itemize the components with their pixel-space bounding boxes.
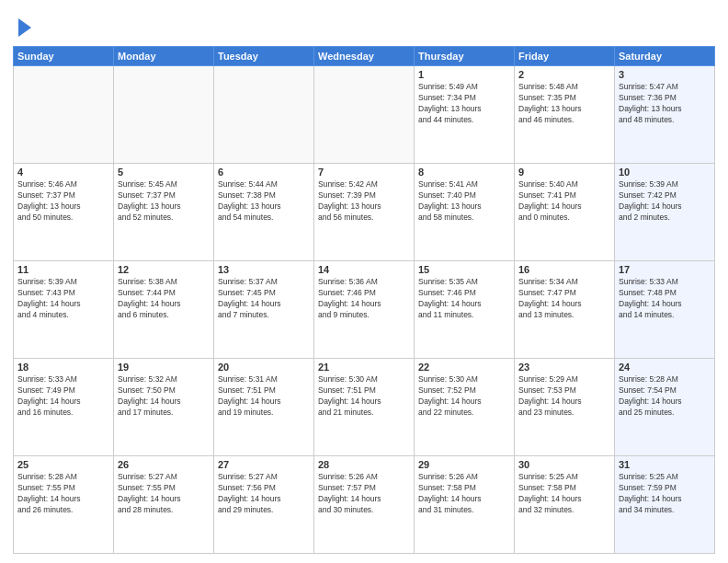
- day-number: 31: [619, 459, 711, 470]
- day-info: Sunrise: 5:31 AM Sunset: 7:51 PM Dayligh…: [218, 374, 310, 419]
- calendar-cell: 5Sunrise: 5:45 AM Sunset: 7:37 PM Daylig…: [114, 164, 214, 261]
- calendar-cell: [114, 66, 214, 164]
- day-number: 5: [118, 167, 210, 178]
- day-number: 4: [17, 167, 109, 178]
- day-info: Sunrise: 5:26 AM Sunset: 7:57 PM Dayligh…: [318, 472, 410, 516]
- day-info: Sunrise: 5:33 AM Sunset: 7:49 PM Dayligh…: [17, 374, 109, 419]
- day-info: Sunrise: 5:49 AM Sunset: 7:34 PM Dayligh…: [418, 82, 510, 126]
- calendar-cell: 15Sunrise: 5:35 AM Sunset: 7:46 PM Dayli…: [415, 261, 515, 359]
- day-info: Sunrise: 5:28 AM Sunset: 7:55 PM Dayligh…: [17, 472, 109, 516]
- logo-icon: [15, 15, 33, 40]
- day-info: Sunrise: 5:34 AM Sunset: 7:47 PM Dayligh…: [518, 277, 610, 321]
- day-number: 14: [318, 264, 410, 275]
- day-info: Sunrise: 5:39 AM Sunset: 7:42 PM Dayligh…: [619, 179, 711, 224]
- day-info: Sunrise: 5:47 AM Sunset: 7:36 PM Dayligh…: [619, 82, 711, 126]
- day-info: Sunrise: 5:48 AM Sunset: 7:35 PM Dayligh…: [518, 82, 610, 126]
- day-number: 25: [17, 459, 109, 470]
- calendar-cell: 13Sunrise: 5:37 AM Sunset: 7:45 PM Dayli…: [214, 261, 314, 359]
- day-number: 6: [218, 167, 310, 178]
- calendar-header-monday: Monday: [114, 47, 214, 66]
- day-number: 9: [518, 167, 610, 178]
- day-number: 17: [619, 264, 711, 275]
- day-number: 10: [619, 167, 711, 178]
- calendar-cell: 14Sunrise: 5:36 AM Sunset: 7:46 PM Dayli…: [314, 261, 415, 359]
- calendar-cell: 19Sunrise: 5:32 AM Sunset: 7:50 PM Dayli…: [114, 359, 214, 456]
- day-number: 8: [418, 167, 510, 178]
- day-number: 16: [518, 264, 610, 275]
- calendar-cell: 9Sunrise: 5:40 AM Sunset: 7:41 PM Daylig…: [515, 164, 615, 261]
- day-number: 19: [118, 362, 210, 373]
- header: [13, 9, 715, 40]
- calendar-cell: 6Sunrise: 5:44 AM Sunset: 7:38 PM Daylig…: [214, 164, 314, 261]
- calendar-cell: 17Sunrise: 5:33 AM Sunset: 7:48 PM Dayli…: [615, 261, 715, 359]
- calendar-header-sunday: Sunday: [14, 47, 114, 66]
- calendar-cell: [314, 66, 415, 164]
- calendar-week-1: 1Sunrise: 5:49 AM Sunset: 7:34 PM Daylig…: [14, 66, 715, 164]
- calendar-cell: [14, 66, 114, 164]
- day-info: Sunrise: 5:45 AM Sunset: 7:37 PM Dayligh…: [118, 179, 210, 224]
- calendar-week-3: 11Sunrise: 5:39 AM Sunset: 7:43 PM Dayli…: [14, 261, 715, 359]
- day-number: 7: [318, 167, 410, 178]
- calendar-header-row: SundayMondayTuesdayWednesdayThursdayFrid…: [14, 47, 715, 66]
- day-info: Sunrise: 5:32 AM Sunset: 7:50 PM Dayligh…: [118, 374, 210, 419]
- svg-marker-0: [18, 18, 31, 37]
- day-info: Sunrise: 5:42 AM Sunset: 7:39 PM Dayligh…: [318, 179, 410, 224]
- day-info: Sunrise: 5:25 AM Sunset: 7:59 PM Dayligh…: [619, 472, 711, 516]
- calendar-cell: 12Sunrise: 5:38 AM Sunset: 7:44 PM Dayli…: [114, 261, 214, 359]
- day-number: 23: [518, 362, 610, 373]
- logo: [13, 13, 33, 40]
- day-number: 24: [619, 362, 711, 373]
- calendar-cell: 1Sunrise: 5:49 AM Sunset: 7:34 PM Daylig…: [415, 66, 515, 164]
- day-info: Sunrise: 5:28 AM Sunset: 7:54 PM Dayligh…: [619, 374, 711, 419]
- day-number: 26: [118, 459, 210, 470]
- calendar-cell: 3Sunrise: 5:47 AM Sunset: 7:36 PM Daylig…: [615, 66, 715, 164]
- day-info: Sunrise: 5:26 AM Sunset: 7:58 PM Dayligh…: [418, 472, 510, 516]
- day-info: Sunrise: 5:27 AM Sunset: 7:55 PM Dayligh…: [118, 472, 210, 516]
- day-number: 13: [218, 264, 310, 275]
- day-number: 2: [518, 69, 610, 80]
- calendar-week-2: 4Sunrise: 5:46 AM Sunset: 7:37 PM Daylig…: [14, 164, 715, 261]
- day-number: 28: [318, 459, 410, 470]
- calendar-header-thursday: Thursday: [415, 47, 515, 66]
- day-info: Sunrise: 5:40 AM Sunset: 7:41 PM Dayligh…: [518, 179, 610, 224]
- calendar-cell: 4Sunrise: 5:46 AM Sunset: 7:37 PM Daylig…: [14, 164, 114, 261]
- calendar-cell: 7Sunrise: 5:42 AM Sunset: 7:39 PM Daylig…: [314, 164, 415, 261]
- day-info: Sunrise: 5:29 AM Sunset: 7:53 PM Dayligh…: [518, 374, 610, 419]
- calendar-cell: 2Sunrise: 5:48 AM Sunset: 7:35 PM Daylig…: [515, 66, 615, 164]
- calendar-cell: 24Sunrise: 5:28 AM Sunset: 7:54 PM Dayli…: [615, 359, 715, 456]
- day-number: 21: [318, 362, 410, 373]
- calendar-cell: 29Sunrise: 5:26 AM Sunset: 7:58 PM Dayli…: [415, 456, 515, 554]
- day-info: Sunrise: 5:30 AM Sunset: 7:52 PM Dayligh…: [418, 374, 510, 419]
- calendar-week-4: 18Sunrise: 5:33 AM Sunset: 7:49 PM Dayli…: [14, 359, 715, 456]
- day-info: Sunrise: 5:37 AM Sunset: 7:45 PM Dayligh…: [218, 277, 310, 321]
- calendar-cell: 31Sunrise: 5:25 AM Sunset: 7:59 PM Dayli…: [615, 456, 715, 554]
- day-info: Sunrise: 5:46 AM Sunset: 7:37 PM Dayligh…: [17, 179, 109, 224]
- day-number: 29: [418, 459, 510, 470]
- calendar-table: SundayMondayTuesdayWednesdayThursdayFrid…: [13, 46, 715, 554]
- calendar-cell: 25Sunrise: 5:28 AM Sunset: 7:55 PM Dayli…: [14, 456, 114, 554]
- day-info: Sunrise: 5:27 AM Sunset: 7:56 PM Dayligh…: [218, 472, 310, 516]
- calendar-cell: 28Sunrise: 5:26 AM Sunset: 7:57 PM Dayli…: [314, 456, 415, 554]
- day-info: Sunrise: 5:35 AM Sunset: 7:46 PM Dayligh…: [418, 277, 510, 321]
- day-number: 27: [218, 459, 310, 470]
- calendar-header-wednesday: Wednesday: [314, 47, 415, 66]
- calendar-cell: 10Sunrise: 5:39 AM Sunset: 7:42 PM Dayli…: [615, 164, 715, 261]
- calendar-header-tuesday: Tuesday: [214, 47, 314, 66]
- day-number: 3: [619, 69, 711, 80]
- day-info: Sunrise: 5:38 AM Sunset: 7:44 PM Dayligh…: [118, 277, 210, 321]
- day-number: 30: [518, 459, 610, 470]
- day-info: Sunrise: 5:25 AM Sunset: 7:58 PM Dayligh…: [518, 472, 610, 516]
- day-number: 15: [418, 264, 510, 275]
- day-number: 22: [418, 362, 510, 373]
- calendar-cell: 16Sunrise: 5:34 AM Sunset: 7:47 PM Dayli…: [515, 261, 615, 359]
- calendar-week-5: 25Sunrise: 5:28 AM Sunset: 7:55 PM Dayli…: [14, 456, 715, 554]
- calendar-cell: 30Sunrise: 5:25 AM Sunset: 7:58 PM Dayli…: [515, 456, 615, 554]
- day-number: 11: [17, 264, 109, 275]
- calendar-cell: 20Sunrise: 5:31 AM Sunset: 7:51 PM Dayli…: [214, 359, 314, 456]
- calendar-cell: 27Sunrise: 5:27 AM Sunset: 7:56 PM Dayli…: [214, 456, 314, 554]
- day-info: Sunrise: 5:30 AM Sunset: 7:51 PM Dayligh…: [318, 374, 410, 419]
- day-number: 1: [418, 69, 510, 80]
- calendar-cell: 8Sunrise: 5:41 AM Sunset: 7:40 PM Daylig…: [415, 164, 515, 261]
- page: SundayMondayTuesdayWednesdayThursdayFrid…: [0, 0, 728, 563]
- day-number: 18: [17, 362, 109, 373]
